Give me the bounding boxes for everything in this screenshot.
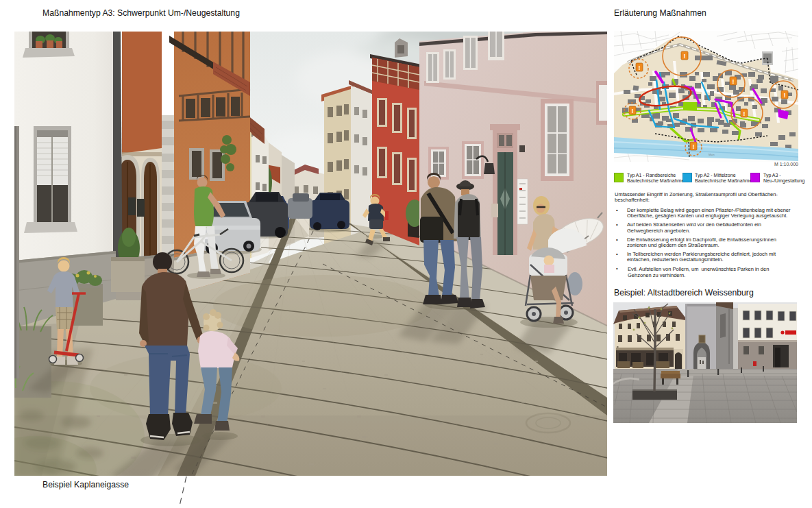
svg-text:!: ! bbox=[632, 108, 634, 114]
svg-text:!: ! bbox=[784, 92, 786, 99]
svg-text:!: ! bbox=[743, 110, 746, 117]
svg-text:Main: Main bbox=[709, 153, 715, 156]
svg-text:!: ! bbox=[733, 78, 735, 85]
svg-text:!: ! bbox=[639, 64, 641, 71]
svg-text:!: ! bbox=[684, 53, 686, 60]
svg-text:!: ! bbox=[693, 143, 695, 150]
